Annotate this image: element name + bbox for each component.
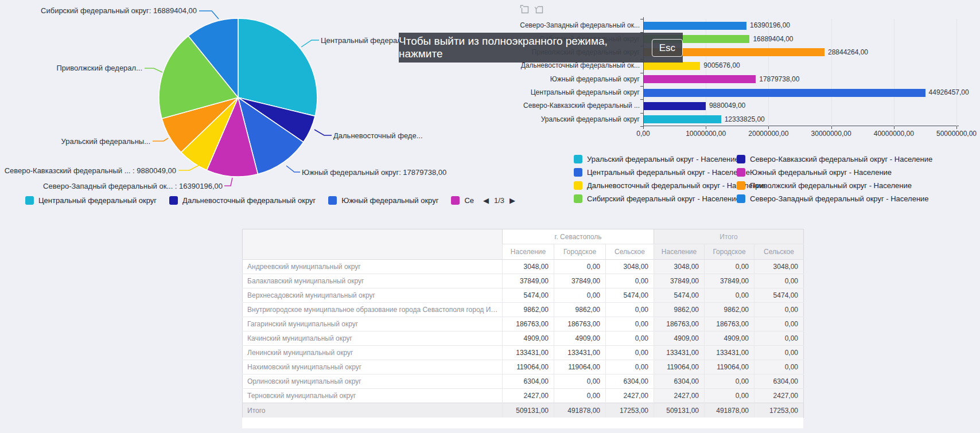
table-cell: 509131,00 (654, 403, 705, 418)
table-cell: 17253,00 (755, 403, 804, 418)
bar-value-label: 9005676,00 (703, 61, 740, 70)
table-cell: 9862,00 (554, 303, 606, 317)
pie-callout-label: Дальневосточный феде... (333, 131, 423, 140)
column-header: Сельское (755, 244, 804, 260)
row-label: Ленинский муниципальный округ (243, 346, 503, 360)
table-cell: 133431,00 (705, 346, 755, 360)
x-axis-tick (706, 126, 706, 129)
column-group-header: г. Севастополь (503, 229, 654, 244)
legend-item-label: Се (464, 196, 474, 205)
legend-item-label: Южный федеральный округ - Население (750, 168, 892, 177)
table-cell: 2427,00 (606, 389, 654, 403)
y-axis-tick (640, 126, 643, 127)
table-row: Гагаринский муниципальный округ186763,00… (243, 317, 804, 331)
table-header-row: г. СевастопольИтого (243, 229, 804, 244)
table-cell: 3048,00 (606, 260, 654, 274)
legend-item[interactable]: Дальневосточный федеральный округ (169, 196, 316, 205)
legend-swatch (25, 196, 34, 205)
table-cell: 5474,00 (755, 288, 804, 303)
bar[interactable] (644, 22, 746, 30)
legend-item[interactable]: Дальневосточный федеральный округ - Насе… (574, 181, 737, 190)
legend-item[interactable]: Северо-Кавказский федеральный округ - На… (737, 155, 932, 163)
pie-callout-label: Южный федеральный округ: 17879738,00 (302, 168, 446, 177)
table-row: Ленинский муниципальный округ133431,0013… (243, 346, 804, 360)
table-cell: 0,00 (606, 303, 654, 317)
table-cell: 5474,00 (606, 288, 654, 303)
x-axis-label: 40000000,00 (874, 130, 914, 138)
table-row: Терновский муниципальный округ2427,000,0… (243, 389, 804, 403)
table-cell: 17253,00 (606, 403, 654, 418)
zoom-select-icon[interactable] (520, 5, 530, 14)
gridline (831, 19, 832, 126)
y-axis-tick (640, 86, 643, 87)
legend-item-label: Северо-Западный федеральный округ - Насе… (750, 194, 929, 203)
bar[interactable] (644, 62, 700, 70)
table-horizontal-scrollbar[interactable] (242, 418, 803, 428)
table-cell: 37849,00 (654, 274, 705, 288)
pie-callout-label: Приволжский федерал... (57, 64, 142, 72)
table-cell: 0,00 (755, 317, 804, 331)
legend-item[interactable]: Южный федеральный округ - Население (737, 168, 932, 177)
table-cell: 9862,00 (503, 303, 554, 317)
table-cell: 4909,00 (705, 331, 755, 346)
legend-item[interactable]: Уральский федеральный округ - Население (574, 155, 737, 163)
bar-category-label: Дальневосточный федеральный ок... (521, 61, 640, 70)
table-row: Балаклавский муниципальный округ37849,00… (243, 274, 804, 288)
column-group-header: Итого (654, 229, 804, 244)
pie-callout-label: Сибирский федеральный округ: 16889404,00 (41, 6, 197, 15)
table-cell: 0,00 (755, 331, 804, 346)
legend-item[interactable]: Приволжский федеральный округ - Населени… (737, 181, 932, 190)
table-cell: 0,00 (554, 260, 606, 274)
table-cell: 4909,00 (554, 331, 606, 346)
table-cell: 0,00 (705, 260, 755, 274)
legend-swatch (328, 196, 337, 205)
y-axis-tick (640, 99, 643, 100)
table-cell: 0,00 (705, 288, 755, 303)
legend-swatch (574, 194, 582, 203)
row-label: Качинский муниципальный округ (243, 331, 503, 346)
table-cell: 186763,00 (503, 317, 554, 331)
legend-swatch (574, 168, 582, 177)
bar[interactable] (644, 102, 706, 110)
table-cell: 2427,00 (503, 389, 554, 403)
row-label: Терновский муниципальный округ (243, 389, 503, 403)
table-cell: 0,00 (755, 360, 804, 375)
table-cell: 0,00 (755, 274, 804, 288)
table-cell: 4909,00 (503, 331, 554, 346)
table-cell: 186763,00 (554, 317, 606, 331)
legend-item[interactable]: Сибирский федеральный округ - Население (574, 194, 737, 203)
bar[interactable] (644, 89, 925, 97)
bar-category-label: Северо-Западный федеральный ок... (520, 21, 640, 30)
table-cell: 2427,00 (654, 389, 705, 403)
legend-item[interactable]: Центральный федеральный округ - Населени… (574, 168, 737, 177)
legend-item[interactable]: Центральный федеральный округ (25, 196, 157, 205)
column-header: Городское (705, 244, 755, 260)
table-row: Нахимовский муниципальный округ119064,00… (243, 360, 804, 375)
bar-value-label: 17879738,00 (759, 75, 799, 84)
legend-swatch (737, 168, 745, 177)
x-axis-tick (643, 126, 644, 129)
table-cell: 0,00 (755, 346, 804, 360)
legend-swatch (169, 196, 178, 205)
table-row: Орлиновский муниципальный округ6304,000,… (243, 375, 804, 389)
table-cell: 5474,00 (654, 288, 705, 303)
restore-icon[interactable] (534, 5, 544, 14)
legend-item[interactable]: Северо-Западный федеральный округ - Насе… (737, 194, 932, 203)
bar-legend: Уральский федеральный округ - НаселениеС… (574, 155, 932, 203)
table-cell: 9862,00 (705, 303, 755, 317)
pie-chart[interactable] (158, 17, 318, 178)
table-cell: 133431,00 (554, 346, 606, 360)
legend-item[interactable]: Се (451, 196, 474, 205)
table-cell: 0,00 (606, 274, 654, 288)
bar[interactable] (644, 115, 721, 123)
x-axis-label: 10000000,00 (686, 130, 726, 138)
table-cell: 119064,00 (554, 360, 606, 375)
table-cell: 37849,00 (705, 274, 755, 288)
bar[interactable] (644, 75, 756, 83)
column-header: Население (503, 244, 554, 260)
table-cell: 491878,00 (554, 403, 606, 418)
table-cell: 37849,00 (503, 274, 554, 288)
legend-item[interactable]: Южный федеральный округ (328, 196, 438, 205)
x-axis-label: 30000000,00 (811, 130, 851, 138)
legend-swatch (737, 181, 745, 190)
